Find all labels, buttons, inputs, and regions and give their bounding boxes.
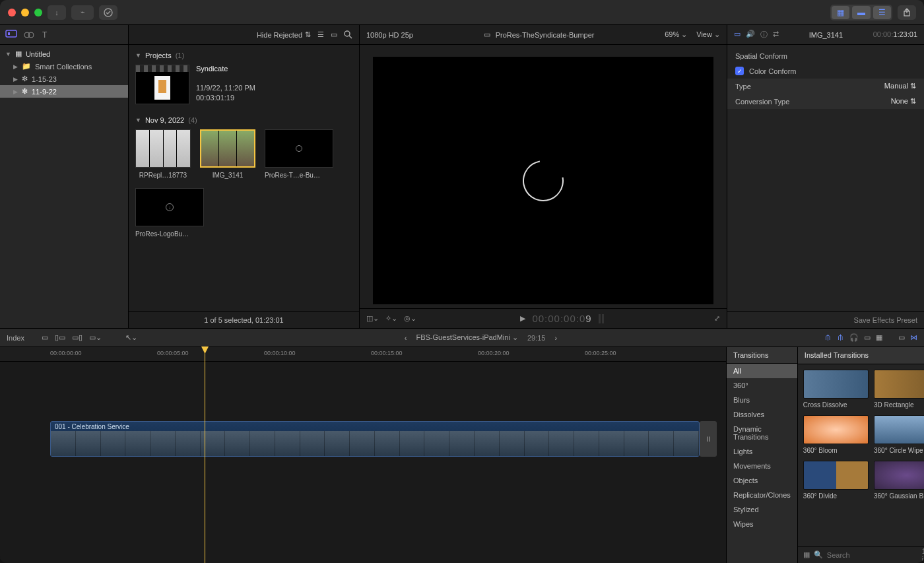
section-count: (4) — [188, 116, 197, 124]
clip-item[interactable]: RPRepl…18773 — [135, 129, 191, 179]
timeline-clip[interactable]: 001 - Celebration Service — [50, 421, 700, 457]
enhance-icon[interactable]: ◎⌄ — [404, 314, 416, 323]
timeline[interactable]: 00:00:00:00 00:00:05:00 00:00:10:00 00:0… — [0, 347, 726, 563]
crop-icon[interactable]: ✧⌄ — [385, 314, 397, 323]
next-edit-icon[interactable]: › — [554, 334, 557, 342]
connect-clip-icon[interactable]: ▭ — [42, 333, 48, 342]
sidebar-item-smart[interactable]: ▶ 📁 Smart Collections — [0, 60, 128, 73]
selection-status: 1 of 5 selected, 01:23:01 — [204, 316, 283, 324]
format-label: 1080p HD 25p — [366, 31, 413, 39]
tool-select-icon[interactable]: ↖⌄ — [125, 333, 137, 342]
view-menu[interactable]: View ⌄ — [696, 30, 720, 39]
category-item[interactable]: Objects — [727, 473, 797, 488]
libraries-icon[interactable] — [5, 29, 17, 41]
titles-icon[interactable]: T — [41, 30, 51, 40]
clip-browser: Hide Rejected ⇅ ☰ ▭ ▼ Projects (1) — [129, 25, 360, 328]
audio-inspector-tab[interactable]: 🔊 — [746, 30, 755, 40]
skimming-icon[interactable]: ⫛ — [824, 333, 832, 342]
conversion-row[interactable]: Conversion Type None ⇅ — [727, 94, 924, 109]
ruler-mark: 00:00:10:00 — [264, 350, 296, 356]
import-button[interactable]: ↓ — [48, 5, 66, 20]
filter-menu[interactable]: Hide Rejected ⇅ — [257, 30, 311, 39]
transform-icon[interactable]: ◫⌄ — [366, 314, 379, 323]
installed-transitions-menu[interactable]: Installed Transitions⇅ — [798, 347, 924, 364]
zoom-menu[interactable]: 69% ⌄ — [665, 30, 687, 39]
inspector-timecode: 00:00:1:23:01 — [873, 30, 917, 39]
category-item[interactable]: Dynamic Transitions — [727, 422, 797, 444]
category-item[interactable]: Lights — [727, 444, 797, 459]
category-item[interactable]: Replicator/Clones — [727, 488, 797, 502]
timeline-project-menu[interactable]: FBS-GuestServices-iPadMini ⌄ — [416, 333, 518, 342]
play-icon[interactable]: ▶ — [520, 314, 525, 323]
category-item[interactable]: Blurs — [727, 393, 797, 407]
prev-edit-icon[interactable]: ‹ — [405, 334, 407, 342]
inspector-toggle[interactable]: ☰ — [873, 6, 891, 19]
share-button[interactable] — [898, 5, 916, 20]
audio-skimming-icon[interactable]: ⫛ — [837, 333, 844, 342]
append-clip-icon[interactable]: ▭▯ — [72, 333, 82, 342]
keyword-button[interactable]: ⌁ — [71, 5, 94, 20]
filmstrip-view-icon[interactable]: ▭ — [331, 30, 337, 39]
transition-item[interactable]: 360° Circle Wipe — [874, 415, 924, 454]
effects-browser-icon[interactable]: ▦ — [876, 333, 882, 342]
type-row[interactable]: Type Manual ⇅ — [727, 79, 924, 94]
event-section[interactable]: ▼ Nov 9, 2022 (4) — [135, 116, 352, 124]
conversion-value[interactable]: None ⇅ — [891, 97, 916, 106]
photos-icon[interactable] — [24, 30, 34, 40]
timecode-display[interactable]: 00:00:00:09 — [532, 313, 591, 325]
playhead[interactable] — [205, 347, 205, 563]
share-inspector-tab[interactable]: ⇄ — [773, 30, 779, 40]
clip-end-handle[interactable]: ⏸ — [700, 421, 717, 457]
viewer-canvas[interactable] — [373, 57, 713, 304]
timeline-toggle[interactable]: ▬ — [852, 6, 871, 19]
index-button[interactable]: Index — [7, 334, 24, 342]
sidebar-item-event[interactable]: ▶ ✼ 11-9-22 — [0, 85, 128, 98]
background-tasks-button[interactable] — [99, 5, 117, 20]
search-input[interactable] — [827, 551, 918, 559]
timeline-ruler[interactable]: 00:00:00:00 00:00:05:00 00:00:10:00 00:0… — [0, 347, 726, 362]
spatial-conform-header[interactable]: Spatial Conform — [727, 49, 924, 63]
media-browser-icon[interactable]: ▭ — [898, 333, 905, 342]
timeline-duration: 29:15 — [527, 334, 546, 342]
type-value[interactable]: Manual ⇅ — [884, 82, 916, 90]
video-inspector-tab[interactable]: ▭ — [734, 30, 741, 40]
library-sidebar: T ▼ ▦ Untitled ▶ 📁 Smart Collections ▶ ✼ — [0, 25, 129, 328]
sidebar-item-event[interactable]: ▶ ✼ 1-15-23 — [0, 73, 128, 85]
search-icon[interactable] — [344, 30, 352, 39]
category-item[interactable]: All — [727, 364, 797, 378]
projects-section[interactable]: ▼ Projects (1) — [135, 51, 352, 59]
clip-view-icon[interactable]: ☰ — [317, 30, 324, 39]
transition-item[interactable]: 360° Divide — [803, 461, 869, 500]
category-item[interactable]: Movements — [727, 459, 797, 473]
fullscreen-icon[interactable]: ⤢ — [714, 314, 720, 323]
color-conform-header[interactable]: ✓ Color Conform — [727, 63, 924, 79]
disclosure-icon: ▼ — [135, 117, 141, 123]
transition-item[interactable]: 360° Bloom — [803, 415, 869, 454]
browser-toggle[interactable]: ▦ — [832, 6, 849, 19]
insert-clip-icon[interactable]: ▯▭ — [55, 333, 65, 342]
info-inspector-tab[interactable]: ⓘ — [760, 30, 768, 40]
transition-item[interactable]: Cross Dissolve — [803, 370, 869, 409]
transition-item[interactable]: 3D Rectangle — [874, 370, 924, 409]
clip-item[interactable]: IMG_3141 — [200, 129, 255, 179]
zoom-window[interactable] — [34, 9, 42, 17]
transition-item[interactable]: 360° Gaussian Blur — [874, 461, 924, 500]
overwrite-clip-icon[interactable]: ▭⌄ — [89, 333, 102, 342]
solo-icon[interactable]: 🎧 — [849, 333, 859, 342]
grid-view-icon[interactable]: ▦ — [803, 550, 810, 559]
category-item[interactable]: Wipes — [727, 517, 797, 531]
transitions-browser-icon[interactable]: ⋈ — [910, 333, 917, 342]
clip-item[interactable]: ProRes-T…e-Bumper — [265, 129, 320, 179]
minimize-window[interactable] — [21, 9, 29, 17]
category-item[interactable]: Stylized — [727, 502, 797, 517]
chevron-updown-icon: ⇅ — [305, 30, 311, 39]
close-window[interactable] — [8, 9, 16, 17]
category-item[interactable]: 360° — [727, 378, 797, 393]
project-item[interactable]: Syndicate 11/9/22, 11:20 PM 00:03:01:19 — [135, 65, 352, 104]
category-item[interactable]: Dissolves — [727, 407, 797, 422]
save-effects-preset[interactable]: Save Effects Preset — [727, 311, 924, 328]
snapping-icon[interactable]: ▭ — [864, 333, 871, 342]
clip-item[interactable]: ↓ ProRes-LogoBumper — [135, 188, 191, 238]
library-item[interactable]: ▼ ▦ Untitled — [0, 48, 128, 60]
checkbox-icon[interactable]: ✓ — [735, 67, 744, 75]
